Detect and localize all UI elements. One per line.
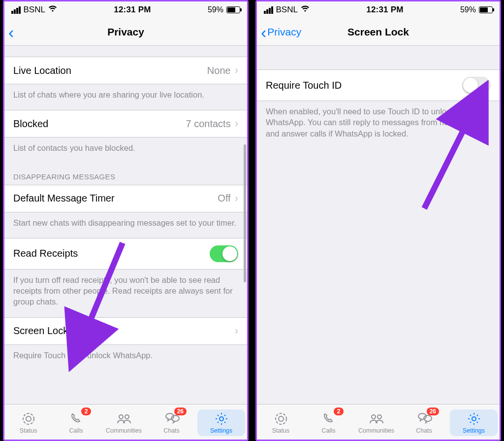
row-footer: If you turn off read receipts, you won't… [4, 270, 247, 317]
tab-status[interactable]: Status [4, 409, 52, 436]
battery-icon [479, 6, 493, 13]
back-button[interactable]: ‹ [8, 24, 14, 40]
tab-communities[interactable]: Communities [352, 409, 400, 436]
row-value: Off [218, 193, 230, 204]
badge-calls: 2 [334, 407, 344, 415]
tab-label: Chats [163, 427, 180, 434]
tab-label: Status [20, 427, 37, 434]
tab-label: Communities [358, 427, 394, 434]
tab-label: Chats [416, 427, 432, 434]
tab-status[interactable]: Status [257, 409, 305, 436]
tab-chats[interactable]: 26 Chats [148, 409, 195, 436]
row-footer: List of chats where you are sharing your… [4, 84, 247, 110]
carrier-label: BSNL [24, 5, 45, 15]
badge-chats: 26 [427, 407, 439, 415]
row-value: 7 contacts [186, 118, 231, 130]
tab-bar: Status 2 Calls Communities 26 Chats [4, 404, 247, 440]
settings-list[interactable]: Require Touch ID When enabled, you'll ne… [257, 46, 500, 404]
chevron-right-icon: › [235, 117, 238, 130]
settings-list[interactable]: Live Location None › List of chats where… [4, 46, 247, 404]
svg-point-8 [372, 415, 376, 419]
status-left: BSNL [11, 5, 57, 15]
status-right: 59% [208, 5, 240, 14]
svg-point-0 [23, 413, 34, 424]
wifi-icon [48, 5, 57, 14]
battery-percent: 59% [208, 5, 223, 14]
status-bar: BSNL 12:31 PM 59% [4, 1, 247, 18]
nav-bar: ‹ Privacy Screen Lock [257, 18, 500, 46]
toggle-require-touch-id[interactable] [462, 77, 491, 94]
svg-point-10 [472, 417, 476, 421]
chevron-left-icon: ‹ [8, 24, 14, 40]
tab-label: Settings [210, 427, 232, 434]
svg-point-3 [125, 415, 129, 419]
row-value: None [207, 65, 231, 76]
tab-calls[interactable]: 2 Calls [52, 409, 100, 436]
status-icon [20, 411, 37, 426]
tab-label: Calls [69, 427, 83, 434]
battery-icon [226, 6, 240, 13]
svg-point-4 [220, 417, 223, 421]
tab-label: Settings [463, 427, 485, 434]
row-footer: Require Touch ID to unlock WhatsApp. [4, 345, 247, 371]
svg-point-2 [119, 415, 123, 419]
battery-percent: 59% [460, 5, 476, 14]
signal-icon [11, 6, 21, 14]
carrier-label: BSNL [276, 5, 298, 15]
tab-communities[interactable]: Communities [100, 409, 148, 436]
tab-label: Communities [106, 427, 142, 434]
row-live-location[interactable]: Live Location None › [4, 57, 247, 84]
chevron-left-icon: ‹ [261, 24, 266, 40]
gear-icon [466, 411, 482, 426]
row-blocked[interactable]: Blocked 7 contacts › [4, 110, 247, 137]
tab-settings[interactable]: Settings [197, 409, 245, 436]
chevron-right-icon: › [235, 325, 238, 338]
status-left: BSNL [264, 5, 310, 15]
status-bar: BSNL 12:31 PM 59% [257, 1, 500, 18]
row-label: Blocked [13, 118, 48, 130]
phone-left-privacy: BSNL 12:31 PM 59% ‹ Privacy Live Locatio… [3, 0, 249, 441]
back-label: Privacy [267, 26, 301, 38]
row-label: Live Location [13, 65, 71, 76]
row-screen-lock[interactable]: Screen Lock › [4, 317, 247, 345]
status-icon [273, 411, 289, 426]
row-footer: List of contacts you have blocked. [4, 137, 247, 163]
communities-icon [116, 411, 132, 426]
gear-icon [213, 411, 230, 426]
tab-bar: Status 2 Calls Communities 26 Chats [257, 404, 500, 440]
tab-label: Status [272, 427, 289, 434]
tab-settings[interactable]: Settings [450, 409, 498, 436]
svg-point-7 [279, 416, 284, 421]
svg-point-6 [276, 413, 286, 424]
wifi-icon [301, 5, 310, 14]
tab-calls[interactable]: 2 Calls [305, 409, 352, 436]
communities-icon [368, 411, 385, 426]
status-right: 59% [460, 5, 493, 14]
row-footer: When enabled, you'll need to use Touch I… [257, 101, 500, 149]
status-time: 12:31 PM [114, 5, 151, 15]
section-header-disappearing: DISAPPEARING MESSAGES [4, 164, 247, 185]
scroll-indicator[interactable] [244, 144, 246, 282]
tab-chats[interactable]: 26 Chats [400, 409, 448, 436]
row-read-receipts[interactable]: Read Receipts [4, 238, 247, 270]
chevron-right-icon: › [235, 192, 238, 205]
row-label: Default Message Timer [13, 193, 115, 204]
badge-calls: 2 [81, 407, 91, 415]
chevron-right-icon: › [235, 64, 238, 77]
row-label: Require Touch ID [266, 80, 342, 91]
signal-icon [264, 6, 273, 14]
row-default-message-timer[interactable]: Default Message Timer Off › [4, 185, 247, 212]
row-require-touch-id[interactable]: Require Touch ID [257, 69, 500, 101]
status-time: 12:31 PM [366, 5, 403, 15]
row-footer: Start new chats with disappearing messag… [4, 212, 247, 238]
badge-chats: 26 [174, 407, 187, 415]
row-label: Screen Lock [13, 325, 68, 337]
nav-bar: ‹ Privacy [4, 18, 247, 46]
nav-title: Privacy [4, 26, 247, 38]
svg-point-9 [378, 415, 381, 419]
back-button[interactable]: ‹ Privacy [261, 24, 301, 40]
phone-right-screen-lock: BSNL 12:31 PM 59% ‹ Privacy Screen Lock … [255, 0, 501, 441]
toggle-read-receipts[interactable] [210, 245, 238, 262]
row-label: Read Receipts [13, 248, 78, 259]
svg-point-1 [26, 416, 31, 421]
